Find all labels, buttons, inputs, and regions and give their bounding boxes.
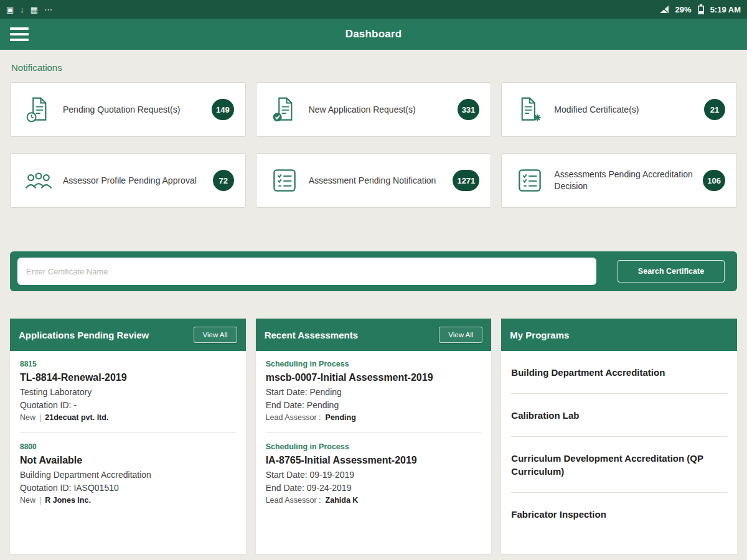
- dashboard-columns: Applications Pending Review View All 881…: [10, 319, 737, 554]
- panel-header: My Programs: [501, 319, 737, 351]
- applications-pending-panel: Applications Pending Review View All 881…: [10, 319, 246, 554]
- clock-time: 5:19 AM: [710, 5, 741, 14]
- assessment-title: mscb-0007-Initial Assessment-2019: [266, 372, 482, 383]
- application-meta: New|21decuat pvt. ltd.: [20, 413, 236, 422]
- view-all-applications-button[interactable]: View All: [194, 327, 237, 343]
- people-icon: [24, 168, 53, 193]
- program-item[interactable]: Calibration Lab: [511, 394, 727, 437]
- card-pending-quotation[interactable]: Pending Quotation Request(s) 149: [10, 82, 246, 137]
- search-certificate-button[interactable]: Search Certificate: [618, 260, 725, 282]
- assessment-start-date: Start Date: 09-19-2019: [266, 470, 482, 480]
- application-program: Testing Laboratory: [20, 387, 236, 397]
- status-right-icons: 29% 5:19 AM: [659, 4, 741, 14]
- application-title: Not Available: [20, 455, 236, 466]
- card-label: Assessor Profile Pending Approval: [63, 175, 203, 187]
- application-status: New: [20, 496, 35, 505]
- application-quotation: Quotation ID: IASQ01510: [20, 483, 236, 493]
- document-check-icon: [270, 96, 299, 123]
- application-id: 8800: [20, 442, 236, 451]
- panel-header: Recent Assessments View All: [256, 319, 492, 351]
- panel-title: Recent Assessments: [265, 330, 358, 340]
- panel-body: Scheduling in Process mscb-0007-Initial …: [256, 351, 492, 505]
- application-company: R Jones Inc.: [45, 496, 91, 505]
- assessment-lead: Lead Assessor : Pending: [266, 413, 482, 422]
- assessment-status: Scheduling in Process: [266, 442, 482, 451]
- card-assessments-pending-decision[interactable]: Assessments Pending Accreditation Decisi…: [501, 153, 737, 208]
- lead-assessor-value: Zahida K: [326, 496, 359, 505]
- document-gear-icon: [515, 96, 544, 123]
- separator: |: [39, 496, 41, 505]
- lead-assessor-value: Pending: [326, 413, 356, 422]
- checklist-icon: [270, 167, 299, 194]
- card-label: Modified Certificate(s): [554, 104, 694, 116]
- application-item[interactable]: 8815 TL-8814-Renewal-2019 Testing Labora…: [20, 360, 236, 422]
- program-item[interactable]: Curriculum Development Accreditation (QP…: [511, 437, 727, 493]
- card-assessor-profile[interactable]: Assessor Profile Pending Approval 72: [10, 153, 246, 208]
- separator: |: [39, 413, 41, 422]
- application-meta: New|R Jones Inc.: [20, 496, 236, 505]
- assessment-item[interactable]: Scheduling in Process mscb-0007-Initial …: [266, 360, 482, 422]
- count-badge: 72: [213, 170, 234, 191]
- panel-title: Applications Pending Review: [19, 330, 149, 340]
- lead-assessor-label: Lead Assessor :: [266, 496, 321, 505]
- card-modified-certificate[interactable]: Modified Certificate(s) 21: [501, 82, 737, 137]
- lead-assessor-label: Lead Assessor :: [266, 413, 321, 422]
- notification-cards: Pending Quotation Request(s) 149 New App…: [10, 82, 737, 208]
- count-badge: 1271: [453, 170, 479, 191]
- assessment-end-date: End Date: Pending: [266, 400, 482, 410]
- card-label: Assessment Pending Notification: [309, 175, 443, 187]
- recent-assessments-panel: Recent Assessments View All Scheduling i…: [256, 319, 492, 554]
- my-programs-panel: My Programs Building Department Accredit…: [501, 319, 737, 554]
- view-all-assessments-button[interactable]: View All: [439, 327, 482, 343]
- program-item[interactable]: Building Department Accreditation: [511, 351, 727, 394]
- assessment-lead: Lead Assessor : Zahida K: [266, 496, 482, 505]
- count-badge: 149: [212, 99, 234, 120]
- assessment-title: IA-8765-Initial Assessment-2019: [266, 455, 482, 466]
- status-left-icons: ▣ ↓ ▦ ⋯: [6, 5, 52, 14]
- program-item[interactable]: Fabricator Inspection: [511, 493, 727, 535]
- card-assessment-pending-notification[interactable]: Assessment Pending Notification 1271: [256, 153, 492, 208]
- application-status: New: [20, 413, 35, 422]
- status-bar: ▣ ↓ ▦ ⋯ 29% 5:19 AM: [0, 0, 747, 19]
- application-title: TL-8814-Renewal-2019: [20, 372, 236, 383]
- assessment-start-date: Start Date: Pending: [266, 387, 482, 397]
- count-badge: 106: [703, 170, 725, 191]
- panel-body: 8815 TL-8814-Renewal-2019 Testing Labora…: [10, 351, 246, 505]
- app-bar: Dashboard: [0, 19, 747, 50]
- application-program: Building Department Accreditation: [20, 470, 236, 480]
- assessment-status: Scheduling in Process: [266, 360, 482, 368]
- more-notifications-icon: ⋯: [44, 5, 52, 14]
- divider: [266, 432, 482, 432]
- card-label: New Application Request(s): [309, 104, 448, 116]
- checklist-icon: [515, 167, 544, 194]
- search-input[interactable]: [17, 258, 596, 285]
- count-badge: 331: [458, 99, 480, 120]
- card-label: Assessments Pending Accreditation Decisi…: [554, 169, 693, 192]
- application-id: 8815: [20, 360, 236, 368]
- panel-title: My Programs: [510, 330, 569, 340]
- application-quotation: Quotation ID: -: [20, 400, 236, 410]
- divider: [20, 432, 236, 432]
- battery-percent: 29%: [675, 5, 692, 14]
- assessment-end-date: End Date: 09-24-2019: [266, 483, 482, 493]
- gallery-icon: ▦: [31, 5, 38, 14]
- application-company: 21decuat pvt. ltd.: [45, 413, 108, 422]
- assessment-item[interactable]: Scheduling in Process IA-8765-Initial As…: [266, 442, 482, 505]
- application-item[interactable]: 8800 Not Available Building Department A…: [20, 442, 236, 505]
- document-clock-icon: [24, 96, 53, 123]
- message-icon: ▣: [6, 5, 14, 14]
- page-title: Dashboard: [0, 28, 747, 40]
- card-label: Pending Quotation Request(s): [63, 104, 202, 116]
- notifications-section-label: Notifications: [11, 62, 737, 73]
- count-badge: 21: [704, 99, 725, 120]
- panel-header: Applications Pending Review View All: [10, 319, 246, 351]
- certificate-search-bar: Search Certificate: [10, 251, 737, 291]
- card-new-application[interactable]: New Application Request(s) 331: [256, 82, 492, 137]
- battery-icon: [698, 4, 704, 14]
- network-icon: [659, 5, 669, 14]
- download-icon: ↓: [20, 5, 24, 14]
- panel-body: Building Department Accreditation Calibr…: [501, 351, 737, 535]
